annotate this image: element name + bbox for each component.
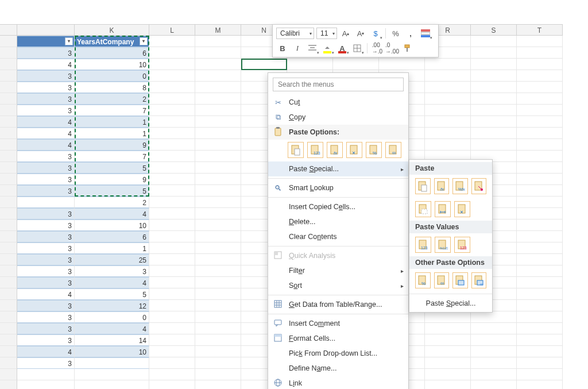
cell[interactable] bbox=[195, 219, 241, 231]
table-cell-j[interactable]: 3 bbox=[17, 311, 75, 323]
cell[interactable] bbox=[149, 185, 195, 197]
row-header[interactable] bbox=[0, 82, 17, 93]
row-header[interactable] bbox=[0, 254, 17, 265]
cell[interactable] bbox=[195, 357, 241, 369]
row-header[interactable] bbox=[0, 346, 17, 357]
table-cell-j[interactable]: 3 bbox=[17, 105, 75, 116]
cell[interactable] bbox=[195, 265, 241, 277]
table-cell-j[interactable]: 3 bbox=[17, 219, 75, 231]
cell[interactable] bbox=[471, 105, 517, 116]
cell[interactable] bbox=[425, 380, 471, 389]
menu-pick-dropdown[interactable]: Pick From Drop-down List... bbox=[268, 346, 408, 361]
table-cell-k[interactable]: 3 bbox=[75, 265, 149, 277]
table-cell-k[interactable]: 14 bbox=[75, 334, 149, 346]
cell[interactable] bbox=[517, 369, 563, 380]
cell[interactable] bbox=[195, 277, 241, 288]
cell[interactable] bbox=[517, 288, 563, 300]
menu-smart-lookup[interactable]: 🔍︎ Smart Lookup bbox=[268, 180, 408, 195]
cell[interactable] bbox=[517, 231, 563, 242]
cell[interactable] bbox=[425, 105, 471, 116]
cell[interactable] bbox=[195, 174, 241, 185]
cell[interactable] bbox=[149, 151, 195, 162]
table-cell-k[interactable]: 5 bbox=[75, 288, 149, 300]
cell[interactable] bbox=[425, 128, 471, 139]
table-cell-j[interactable]: 3 bbox=[17, 277, 75, 288]
cell[interactable] bbox=[195, 36, 241, 47]
row-header[interactable] bbox=[0, 151, 17, 162]
cell[interactable] bbox=[517, 311, 563, 323]
cell[interactable] bbox=[149, 36, 195, 47]
row-header[interactable] bbox=[0, 59, 17, 70]
cell[interactable] bbox=[195, 82, 241, 93]
table-cell-k[interactable]: 6 bbox=[75, 47, 149, 59]
row-header[interactable] bbox=[0, 231, 17, 242]
cell[interactable] bbox=[195, 128, 241, 139]
table-cell-j[interactable]: 3 bbox=[17, 70, 75, 82]
table-cell-k[interactable]: 12 bbox=[75, 300, 149, 311]
cell[interactable] bbox=[149, 277, 195, 288]
bold-icon[interactable]: B bbox=[276, 42, 289, 55]
cell[interactable] bbox=[517, 59, 563, 70]
row-header[interactable] bbox=[0, 334, 17, 346]
paste-formatting-icon[interactable]: % bbox=[366, 142, 382, 158]
cell[interactable] bbox=[149, 231, 195, 242]
table-cell-j[interactable]: 4 bbox=[17, 346, 75, 357]
cell[interactable] bbox=[195, 105, 241, 116]
cell[interactable] bbox=[471, 82, 517, 93]
table-cell-j[interactable]: 3 bbox=[17, 185, 75, 197]
table-cell-k[interactable]: 6 bbox=[75, 231, 149, 242]
cell[interactable] bbox=[517, 151, 563, 162]
cell[interactable] bbox=[241, 59, 287, 70]
cell[interactable] bbox=[149, 323, 195, 334]
sm-values-icon[interactable]: 123 bbox=[415, 237, 431, 253]
cell[interactable] bbox=[471, 323, 517, 334]
conditional-format-icon[interactable]: ▾ bbox=[419, 27, 432, 40]
table-cell-k[interactable]: 7 bbox=[75, 105, 149, 116]
table-cell-k[interactable]: 2 bbox=[75, 197, 149, 208]
table-cell-j[interactable]: 4 bbox=[17, 116, 75, 128]
cell[interactable] bbox=[75, 380, 149, 389]
row-header[interactable] bbox=[0, 139, 17, 151]
borders-icon[interactable]: ▾ bbox=[351, 42, 363, 55]
row-header[interactable] bbox=[0, 70, 17, 82]
table-cell-k[interactable]: 4 bbox=[75, 208, 149, 219]
table-cell-k[interactable] bbox=[75, 357, 149, 369]
row-header[interactable] bbox=[0, 288, 17, 300]
cell[interactable] bbox=[195, 116, 241, 128]
cell[interactable] bbox=[517, 105, 563, 116]
menu-insert-comment[interactable]: Insert Comment bbox=[268, 316, 408, 331]
cell[interactable] bbox=[195, 47, 241, 59]
row-header[interactable] bbox=[0, 197, 17, 208]
cell[interactable] bbox=[471, 59, 517, 70]
paste-values-icon[interactable]: 123 bbox=[307, 142, 323, 158]
col-header-t[interactable]: T bbox=[517, 25, 563, 36]
cell[interactable] bbox=[149, 219, 195, 231]
menu-copy[interactable]: ⧉ Copy bbox=[268, 110, 408, 125]
row-header[interactable] bbox=[0, 47, 17, 59]
cell[interactable] bbox=[471, 139, 517, 151]
table-cell-j[interactable]: 3 bbox=[17, 82, 75, 93]
table-cell-j[interactable]: 3 bbox=[17, 174, 75, 185]
col-header-m[interactable]: M bbox=[195, 25, 241, 36]
row-header[interactable] bbox=[0, 311, 17, 323]
cell[interactable] bbox=[195, 242, 241, 254]
cell[interactable] bbox=[195, 208, 241, 219]
cell[interactable] bbox=[517, 380, 563, 389]
submenu-paste-special-item[interactable]: Paste Special... bbox=[409, 296, 492, 310]
table-cell-k[interactable]: 8 bbox=[75, 82, 149, 93]
table-cell-j[interactable]: 4 bbox=[17, 59, 75, 70]
table-cell-j[interactable] bbox=[17, 197, 75, 208]
table-cell-k[interactable]: 4 bbox=[75, 323, 149, 334]
cell[interactable] bbox=[517, 242, 563, 254]
sm-formatting-icon[interactable]: % bbox=[415, 272, 431, 288]
cell[interactable] bbox=[17, 380, 75, 389]
cell[interactable] bbox=[517, 174, 563, 185]
cell[interactable] bbox=[425, 116, 471, 128]
cell[interactable] bbox=[517, 219, 563, 231]
cell[interactable] bbox=[149, 197, 195, 208]
cell[interactable] bbox=[471, 346, 517, 357]
comma-format-icon[interactable]: , bbox=[404, 27, 417, 40]
cell[interactable] bbox=[195, 139, 241, 151]
paste-link-icon[interactable]: ∞ bbox=[385, 142, 401, 158]
cell[interactable] bbox=[333, 59, 379, 70]
